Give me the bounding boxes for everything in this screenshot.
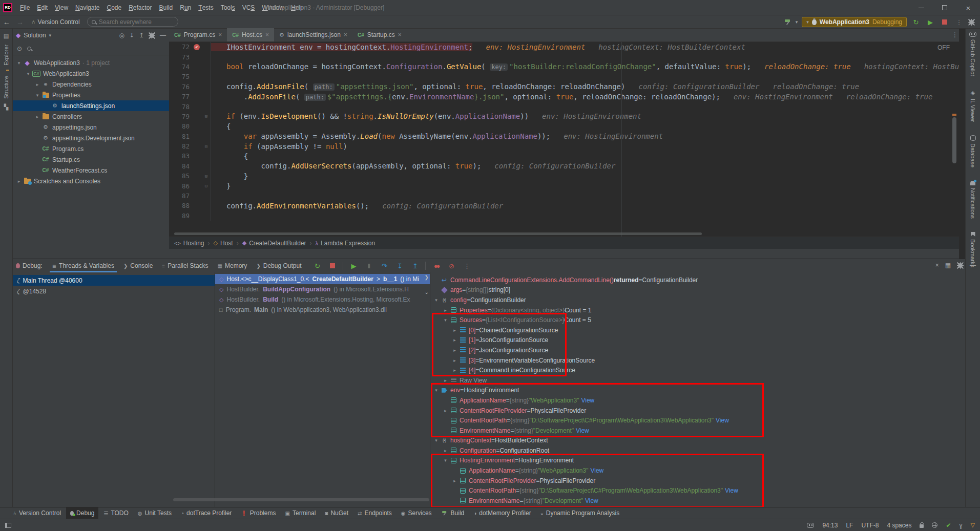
var-expander-icon[interactable]: ▾ <box>432 388 440 393</box>
variable-row[interactable]: ▸Raw View <box>430 375 965 386</box>
var-expander-icon[interactable]: ▸ <box>451 328 458 333</box>
tool-window-layout-icon[interactable] <box>5 523 11 528</box>
stripe-structure-label[interactable]: Structure <box>3 76 9 99</box>
toolwindow-dotmemory-profiler[interactable]: ◑dotMemory Profiler <box>469 507 535 519</box>
line-number[interactable]: 72 <box>169 43 192 51</box>
dpa-funnel-icon[interactable]: ▽ <box>971 522 975 528</box>
variable-row[interactable]: ▸Configuration = ConfigurationRoot <box>430 445 965 456</box>
close-button[interactable]: × <box>956 0 980 15</box>
var-expander-icon[interactable]: ▸ <box>442 378 449 383</box>
line-number[interactable]: 83 <box>169 152 192 160</box>
debug-horizontal-scrollbar[interactable] <box>173 498 429 501</box>
var-expander-icon[interactable]: ▸ <box>442 408 449 413</box>
layout-settings-icon[interactable]: ▦ <box>945 262 951 269</box>
collapse-all-icon[interactable]: ↥ <box>139 32 144 39</box>
frame-row[interactable]: □Program.Main() in WebApplication3, WebA… <box>215 305 430 315</box>
fold-marker-icon[interactable]: ⊟ <box>202 141 211 151</box>
variable-row[interactable]: ContentRootPath = {string} "D:\SoftwareP… <box>430 415 965 426</box>
line-number[interactable]: 77 <box>169 93 192 100</box>
line-number[interactable]: 74 <box>169 63 192 71</box>
editor-options-kebab-icon[interactable]: ⋮ <box>952 31 978 38</box>
variable-row[interactable]: ApplicationName = {string} "WebApplicati… <box>430 465 965 476</box>
minimize-button[interactable] <box>909 0 933 15</box>
expand-all-icon[interactable]: ↧ <box>129 32 134 39</box>
explorer-icon[interactable]: ▤ <box>4 33 9 39</box>
variable-row[interactable]: ▸ContentRootFileProvider = PhysicalFileP… <box>430 406 965 416</box>
rerun-debug-icon[interactable]: ↻ <box>312 261 322 271</box>
var-expander-icon[interactable]: ▾ <box>442 458 449 463</box>
debug-tab-memory[interactable]: ▦Memory <box>213 259 252 272</box>
tree-expander-icon[interactable]: ▸ <box>33 114 41 119</box>
frame-row[interactable]: ◇Host.<>c__DisplayClass1_0.<CreateDefaul… <box>215 274 430 284</box>
inspections-ok-icon[interactable]: ✔ <box>946 522 951 529</box>
fold-marker-icon[interactable]: ⊟ <box>202 181 211 190</box>
resume-program-icon[interactable]: ▶ <box>348 261 359 271</box>
menu-edit[interactable]: Edit <box>33 0 51 15</box>
tree-item-scratches-and-consoles[interactable]: ▸Scratches and Consoles <box>13 176 169 186</box>
run-configuration[interactable]: ▾ WebApplication3 Debugging <box>802 17 907 27</box>
breakpoint-icon[interactable]: ✔ <box>194 44 200 50</box>
highlighting-level-icon[interactable]: ɣ <box>960 522 963 529</box>
variable-row[interactable]: ▾env = HostingEnvironment <box>430 386 965 396</box>
line-number[interactable]: 75 <box>169 73 192 80</box>
toolwindow-endpoints[interactable]: ⇄Endpoints <box>353 507 396 519</box>
tree-item-appsettings-development-json[interactable]: ⚙appsettings.Development.json <box>13 133 169 143</box>
stripe-il-viewer[interactable]: ◈IL Viewer <box>970 90 976 122</box>
minimize-debug-icon[interactable]: — <box>970 262 976 269</box>
indent-style[interactable]: 4 spaces <box>887 522 911 529</box>
variable-row[interactable]: ▸Properties = {Dictionary<string, object… <box>430 305 965 315</box>
view-breakpoints-icon[interactable]: ●● <box>431 261 441 271</box>
tab-startup-cs[interactable]: C#Startup.cs× <box>352 28 407 41</box>
line-number[interactable]: 76 <box>169 83 192 91</box>
tree-expander-icon[interactable]: ▾ <box>24 71 32 76</box>
var-expander-icon[interactable]: ▸ <box>451 368 458 373</box>
tree-item-weatherforecast-cs[interactable]: C#WeatherForecast.cs <box>13 165 169 176</box>
copilot-status-icon[interactable] <box>807 523 814 528</box>
tab-close-icon[interactable]: × <box>218 31 222 38</box>
var-expander-icon[interactable]: ▾ <box>432 298 440 303</box>
fold-marker-icon[interactable]: ⊟ <box>202 112 211 121</box>
frame-row[interactable]: ◇HostBuilder.BuildAppConfiguration() in … <box>215 284 430 294</box>
more-actions-button[interactable]: ⋮ <box>954 17 964 27</box>
breakpoint-gutter[interactable]: ✔ <box>192 44 202 50</box>
toolwindow-terminal[interactable]: ▣Terminal <box>281 507 320 519</box>
stripe-database[interactable]: Database <box>970 135 976 167</box>
toolwindow-problems[interactable]: ❗Problems <box>237 507 280 519</box>
variable-row[interactable]: args = {string[]} string[0] <box>430 285 965 295</box>
tree-item-launchsettings-json[interactable]: ⚙launchSettings.json <box>13 100 169 111</box>
tab-program-cs[interactable]: C#Program.cs× <box>169 28 227 41</box>
line-number[interactable]: 81 <box>169 133 192 140</box>
chevron-right-icon[interactable]: ❯ <box>425 274 429 280</box>
line-number[interactable]: 82 <box>169 142 192 150</box>
variable-row[interactable]: ▾HostingEnvironment = HostingEnvironment <box>430 456 965 466</box>
line-separator[interactable]: LF <box>846 522 853 529</box>
debug-tab-threads-variables[interactable]: ≣Threads & Variables <box>48 259 119 272</box>
locate-file-icon[interactable]: ◎ <box>119 32 124 39</box>
debug-tab-console[interactable]: ❯Console <box>119 259 157 272</box>
chevron-down-icon[interactable]: ⌄ <box>425 289 429 295</box>
variable-row[interactable]: ▾(•)hostingContext = HostBuilderContext <box>430 436 965 446</box>
stop-debug-icon[interactable] <box>327 261 338 271</box>
stripe-explorer-label[interactable]: Explorer <box>3 45 9 66</box>
tab-close-icon[interactable]: × <box>344 31 347 38</box>
tree-item-controllers[interactable]: ▸Controllers <box>13 111 169 122</box>
menu-refactor[interactable]: Refactor <box>125 0 155 15</box>
toolwindow-unit-tests[interactable]: ◍Unit Tests <box>134 507 176 519</box>
view-link[interactable]: View <box>725 487 738 494</box>
build-hammer-icon[interactable] <box>784 18 791 26</box>
debug-tab-parallel-stacks[interactable]: ≡Parallel Stacks <box>157 259 213 272</box>
tree-item-properties[interactable]: ▾Properties <box>13 90 169 100</box>
variable-row[interactable]: ▸[2] = JsonConfigurationSource <box>430 345 965 355</box>
view-link[interactable]: View <box>590 467 603 474</box>
variable-row[interactable]: ▸ContentRootFileProvider = PhysicalFileP… <box>430 476 965 486</box>
menu-build[interactable]: Build <box>156 0 177 15</box>
breadcrumb-createdefaultbuilder[interactable]: ◆CreateDefaultBuilder <box>242 240 306 247</box>
line-number[interactable]: 73 <box>169 53 192 61</box>
step-over-icon[interactable]: ↷ <box>379 261 389 271</box>
variable-row[interactable]: ▾Sources = {List<IConfigurationSource>} … <box>430 315 965 325</box>
mute-breakpoints-icon[interactable]: ⊘ <box>446 261 456 271</box>
select-opened-file-icon[interactable]: ⊙ <box>17 45 22 52</box>
version-control-widget[interactable]: ⑃ Version Control <box>32 18 80 26</box>
menu-navigate[interactable]: Navigate <box>72 0 103 15</box>
readonly-lock-icon[interactable] <box>920 524 924 528</box>
